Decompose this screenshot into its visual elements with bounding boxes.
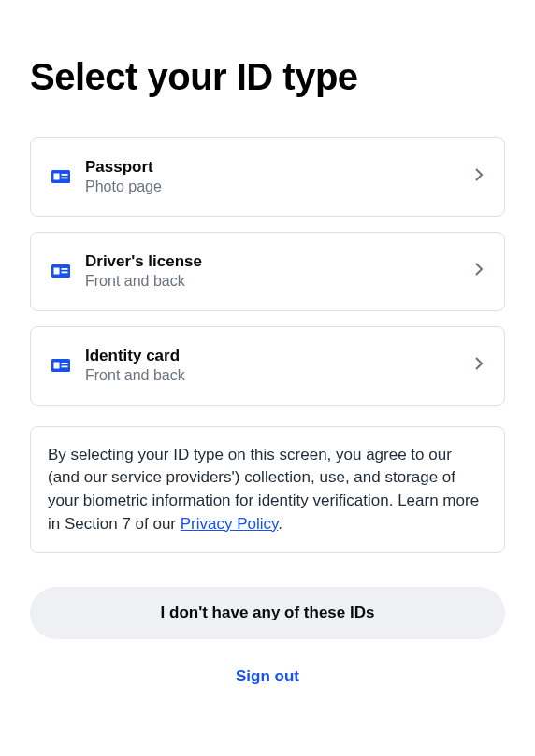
option-subtitle: Photo page (85, 178, 474, 197)
svg-rect-9 (54, 363, 60, 369)
option-passport[interactable]: Passport Photo page (30, 137, 505, 217)
option-identity-card[interactable]: Identity card Front and back (30, 326, 505, 406)
id-card-icon (51, 170, 70, 183)
option-title: Passport (85, 157, 474, 178)
page-title: Select your ID type (30, 56, 505, 98)
option-label-group: Identity card Front and back (85, 346, 474, 386)
option-label-group: Passport Photo page (85, 157, 474, 197)
svg-rect-6 (62, 268, 68, 270)
option-label-group: Driver's license Front and back (85, 251, 474, 292)
privacy-policy-link[interactable]: Privacy Policy (181, 515, 279, 533)
option-subtitle: Front and back (85, 366, 474, 386)
option-subtitle: Front and back (85, 272, 474, 292)
id-card-icon (51, 264, 70, 278)
svg-rect-11 (62, 366, 68, 368)
option-title: Identity card (85, 346, 474, 366)
disclaimer: By selecting your ID type on this screen… (30, 426, 505, 554)
svg-rect-1 (54, 174, 60, 180)
sign-out-button[interactable]: Sign out (30, 667, 505, 686)
id-card-icon (51, 359, 70, 372)
option-title: Driver's license (85, 251, 474, 272)
svg-rect-5 (54, 268, 60, 275)
no-id-button[interactable]: I don't have any of these IDs (30, 587, 505, 639)
svg-rect-2 (62, 174, 68, 176)
chevron-right-icon (474, 262, 484, 280)
option-drivers-license[interactable]: Driver's license Front and back (30, 232, 505, 311)
chevron-right-icon (474, 167, 484, 186)
disclaimer-text-after: . (278, 515, 282, 533)
svg-rect-7 (62, 272, 68, 274)
svg-rect-10 (62, 363, 68, 364)
chevron-right-icon (474, 356, 484, 375)
svg-rect-3 (62, 178, 68, 179)
